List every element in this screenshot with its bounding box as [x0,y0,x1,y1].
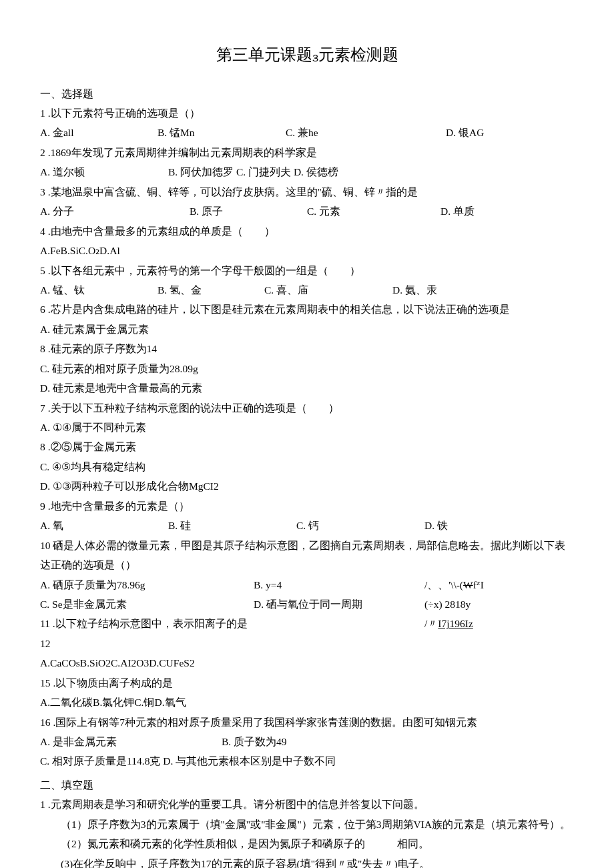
q9-opt-a: A. 氧 [40,516,168,535]
q5-opt-b: B. 氢、金 [158,280,264,300]
page-title: 第三单元课题₃元素检测题 [40,40,574,71]
f1-sub2: （2）氮元素和磷元素的化学性质相似，是因为氮原子和磷原子的 相同。 [40,834,574,853]
q1-stem: 1 .以下元素符号正确的选项是（） [40,103,574,123]
q7-opt-b: 8 .②⑤属于金属元素 [40,437,574,456]
q10-diag1-c: fᶻI [473,579,484,590]
q9-opt-c: C. 钙 [296,516,424,535]
q6-stem: 6 .芯片是内含集成电路的硅片，以下图是硅元素在元素周期表中的相关信息，以下说法… [40,300,574,319]
q9-stem: 9 .地壳中含量最多的元素是（） [40,496,574,516]
f1-sub1: （1）原子序数为3的元素属于（填"金属"或"非金属"）元素，位于第3周期第VIA… [40,815,574,834]
q11-diag-u: I7j196Iz [438,618,473,629]
q16-row1: A. 是非金属元素 B. 质子数为49 [40,732,574,751]
q5-opt-a: A. 锰、钛 [40,280,158,300]
q1-opt-c: C. 兼he [286,123,446,142]
q10-opt-d: D. 硒与氧位于同一周期 [254,594,424,614]
q10-diagram2: (÷x) 2818y [424,594,574,614]
q10-opt-c: C. Se是非金属元素 [40,594,254,614]
q9-opt-d: D. 铁 [424,516,553,535]
q5-opt-c: C. 喜、庙 [264,280,392,300]
q16-opt-b: B. 质子数为49 [222,732,287,751]
q15-options: A.二氧化碳B.氯化钾C.铜D.氧气 [40,693,574,712]
q16-stem: 16 .国际上有钢等7种元素的相对原子质量采用了我国科学家张青莲测的数据。由图可… [40,713,574,732]
q6-opt-a: A. 硅元素属于金属元素 [40,320,574,339]
q10-stem: 10 硒是人体必需的微量元素，甲图是其原子结构示意图，乙图摘自元素周期表，局部信… [40,536,574,575]
q6-opt-d: D. 硅元素是地壳中含量最高的元素 [40,378,574,398]
q2-opt-a: A. 道尔顿 [40,162,168,181]
q14-options: A.CaCOsB.SiO2C.AI2O3D.CUFeS2 [40,653,574,673]
q15-stem: 15 .以下物质由离子构成的是 [40,673,574,693]
q5-stem: 5 .以下各组元素中，元素符号的第一个字母干般圆的一组是（ ） [40,261,574,280]
f1-stem: 1 .元素周期表是学习和研究化学的重要工具。请分析图中的信息并答复以下问题。 [40,795,574,814]
q6-opt-b: 8 .硅元素的原子序数为14 [40,339,574,358]
q11-row: 11 .以下粒子结构示意图中，表示阳离子的是 /〃I7j196Iz [40,614,574,633]
q4-stem: 4 .由地壳中含量最多的元素组成的单质是（ ） [40,222,574,241]
q10-row2: C. Se是非金属元素 D. 硒与氧位于同一周期 (÷x) 2818y [40,594,574,614]
q7-opt-d: D. ①③两种粒子可以形成化合物MgCI2 [40,476,574,496]
q10-diag1-b: W [463,579,473,590]
q10-opt-a: A. 硒原子质量为78.96g [40,575,254,594]
q5-opt-d: D. 氨、汞 [392,280,521,300]
q7-opt-a: A. ①④属于不同种元素 [40,418,574,437]
q11-diagram: /〃I7j196Iz [424,614,574,633]
q3-opt-a: A. 分子 [40,201,190,221]
q1-options: A. 金all B. 锰Mn C. 兼he D. 银AG [40,123,574,142]
q10-diag1-a: /、、'\\-( [424,579,463,590]
q2-opt-rest: B. 阿伏加德罗 C. 门捷列夫 D. 侯德榜 [168,162,338,181]
q3-opt-b: B. 原子 [190,201,307,221]
q16-opt-a: A. 是非金属元素 [40,732,222,751]
q3-stem: 3 .某地温泉中富含硫、铜、锌等，可以治疗皮肤病。这里的"硫、铜、锌〃指的是 [40,182,574,201]
q6-opt-c: C. 硅元素的相对原子质量为28.09g [40,359,574,378]
q1-opt-a: A. 金all [40,123,158,142]
q11-stem: 11 .以下粒子结构示意图中，表示阳离子的是 [40,614,424,633]
q10-opt-b: B. y=4 [254,575,424,594]
section-2-heading: 二、填空题 [40,775,574,795]
q3-opt-d: D. 单质 [440,201,574,221]
f1-sub3: (3)在化学反响中，原子序数为17的元素的原子容易(填"得到〃或"失去〃)电子。 [40,854,574,868]
q3-opt-c: C. 元素 [307,201,440,221]
q9-opt-b: B. 硅 [168,516,296,535]
q1-opt-b: B. 锰Mn [158,123,286,142]
q10-diagram1: /、、'\\-(WfᶻI [424,575,574,594]
q7-stem: 7 .关于以下五种粒子结构示意图的说法中正确的选项是（ ） [40,398,574,418]
q5-options: A. 锰、钛 B. 氢、金 C. 喜、庙 D. 氨、汞 [40,280,574,300]
q3-options: A. 分子 B. 原子 C. 元素 D. 单质 [40,201,574,221]
q7-opt-c: C. ④⑤均具有稳定结构 [40,457,574,476]
q1-opt-d: D. 银AG [446,123,574,142]
q2-options: A. 道尔顿 B. 阿伏加德罗 C. 门捷列夫 D. 侯德榜 [40,162,574,181]
q10-row1: A. 硒原子质量为78.96g B. y=4 /、、'\\-(WfᶻI [40,575,574,594]
q16-row2: C. 相对原子质量是114.8克 D. 与其他元素根本区别是中子数不同 [40,751,574,771]
q12-stem: 12 [40,634,574,653]
q4-options: A.FeB.SiC.O₂D.Al [40,241,574,260]
q9-options: A. 氧 B. 硅 C. 钙 D. 铁 [40,516,574,535]
section-1-heading: 一、选择题 [40,84,574,103]
q2-stem: 2 .1869年发现了元素周期律并编制出元素周期表的科学家是 [40,143,574,162]
